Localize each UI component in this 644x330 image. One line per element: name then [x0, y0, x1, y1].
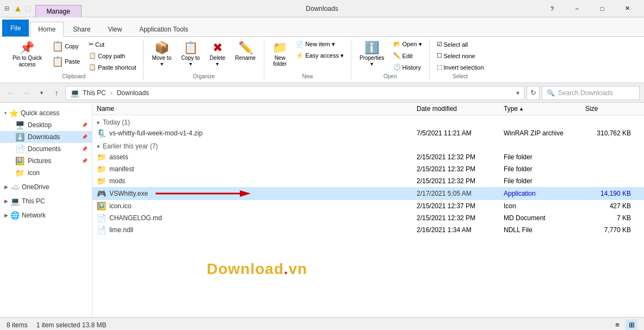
- zip-type: WinRAR ZIP archive: [504, 129, 585, 137]
- sidebar-item-documents[interactable]: 📄 Documents 📌: [0, 143, 92, 155]
- properties-icon: ℹ️: [364, 42, 379, 54]
- col-header-name[interactable]: Name: [97, 105, 417, 113]
- edit-button[interactable]: ✏️ Edit: [391, 51, 425, 61]
- sidebar-onedrive-header[interactable]: ▶ ☁️ OneDrive: [0, 181, 92, 193]
- col-size-label: Size: [585, 105, 598, 113]
- thispc-label: This PC: [22, 197, 45, 205]
- easy-access-button[interactable]: ⚡ Easy access ▾: [293, 51, 346, 61]
- help-button[interactable]: ?: [540, 0, 565, 17]
- forward-button[interactable]: →: [20, 86, 33, 99]
- recent-locations-button[interactable]: ▾: [35, 86, 48, 99]
- back-button[interactable]: ←: [4, 86, 17, 99]
- open-group: ℹ️ Properties▾ 📂 Open ▾ ✏️ Edit 🕐 Histor…: [351, 39, 430, 80]
- select-all-button[interactable]: ☑ Select all: [434, 39, 487, 49]
- copy-to-button[interactable]: 📋 Copy to▾: [177, 39, 203, 70]
- col-header-size[interactable]: Size: [585, 105, 640, 113]
- sidebar-thispc-header[interactable]: ▶ 💻 This PC: [0, 195, 92, 207]
- search-bar[interactable]: 🔍 Search Downloads: [542, 86, 640, 100]
- table-row[interactable]: 📁 assets 2/15/2021 12:32 PM File folder: [92, 151, 644, 163]
- sidebar-item-desktop[interactable]: 🖥️ Desktop 📌: [0, 119, 92, 131]
- select-all-label: Select all: [444, 41, 468, 48]
- window-controls: ? − □ ✕: [540, 0, 640, 17]
- col-header-date[interactable]: Date modified: [417, 105, 504, 113]
- col-header-type[interactable]: Type ▲: [504, 105, 585, 113]
- title-bar-controls: ⊟ ▲ □: [4, 4, 31, 14]
- tab-view[interactable]: View: [100, 22, 130, 36]
- pin-to-quick-access-button[interactable]: 📌 Pin to Quickaccess: [9, 39, 46, 71]
- network-icon: 🌐: [10, 211, 20, 220]
- earlier-expand[interactable]: ▾: [97, 144, 100, 150]
- up-button[interactable]: ↑: [50, 86, 63, 99]
- large-icons-view-button[interactable]: ⊞: [626, 319, 637, 331]
- cut-button[interactable]: ✂ Cut: [86, 39, 139, 49]
- new-folder-button[interactable]: 📁 Newfolder: [269, 39, 291, 70]
- exe-icon: 🎮: [97, 189, 106, 198]
- zip-file-icon: 🗜️: [97, 129, 106, 138]
- manifest-date: 2/15/2021 12:32 PM: [417, 165, 504, 173]
- today-expand[interactable]: ▾: [97, 120, 100, 126]
- delete-button[interactable]: ✖ Delete▾: [206, 39, 229, 70]
- table-row[interactable]: 🖼️ icon.ico 2/15/2021 12:37 PM Icon 427 …: [92, 200, 644, 212]
- table-row[interactable]: 📁 manifest 2/15/2021 12:32 PM File folde…: [92, 163, 644, 175]
- pictures-icon: 🖼️: [15, 157, 24, 165]
- network-expand: ▶: [4, 213, 8, 218]
- new-item-icon: 📄: [296, 41, 304, 48]
- table-row[interactable]: 📄 lime.ndll 2/16/2021 1:34 AM NDLL File …: [92, 224, 644, 236]
- move-to-button[interactable]: 📦 Move to▾: [148, 39, 175, 70]
- sidebar-item-icon[interactable]: 📁 icon: [0, 167, 92, 179]
- md-name: CHANGELOG.md: [109, 214, 162, 222]
- rename-button[interactable]: ✏️ Rename: [231, 39, 259, 64]
- sidebar-network-header[interactable]: ▶ 🌐 Network: [0, 209, 92, 221]
- breadcrumb-thispc[interactable]: This PC: [83, 89, 106, 97]
- group-header-today: ▾ Today (1): [92, 115, 644, 127]
- sidebar-item-pictures[interactable]: 🖼️ Pictures 📌: [0, 155, 92, 167]
- refresh-button[interactable]: ↻: [527, 86, 540, 100]
- breadcrumb-downloads[interactable]: Downloads: [117, 89, 149, 97]
- sidebar-item-downloads[interactable]: ⬇️ Downloads 📌: [0, 131, 92, 143]
- exe-type: Application: [504, 190, 585, 197]
- history-button[interactable]: 🕐 History: [391, 62, 425, 72]
- copy-path-button[interactable]: 📋 Copy path: [86, 51, 139, 61]
- table-row[interactable]: 📄 CHANGELOG.md 2/15/2021 12:32 PM MD Doc…: [92, 212, 644, 224]
- paste-shortcut-label: Paste shortcut: [98, 64, 136, 71]
- mods-folder-icon: 📁: [97, 177, 106, 185]
- downloads-pin: 📌: [82, 134, 88, 140]
- new-item-label: New item ▾: [305, 41, 335, 48]
- table-row[interactable]: 🗜️ vs-whitty-full-week-mod-v1-4.zip 7/5/…: [92, 127, 644, 139]
- copy-button[interactable]: 📋 Copy: [48, 39, 84, 53]
- nav-bar: ← → ▾ ↑ 💻 This PC › Downloads ▾ ↻ 🔍 Sear…: [0, 83, 644, 103]
- paste-button[interactable]: 📋 Paste: [48, 54, 84, 69]
- paste-icon: 📋: [52, 57, 64, 66]
- tab-share[interactable]: Share: [65, 22, 98, 36]
- mods-folder-name: mods: [109, 177, 125, 185]
- move-to-label: Move to▾: [152, 55, 171, 67]
- close-button[interactable]: ✕: [615, 0, 640, 17]
- select-none-button[interactable]: ☐ Select none: [434, 51, 487, 61]
- downloads-label: Downloads: [28, 133, 60, 141]
- address-dropdown-arrow[interactable]: ▾: [516, 89, 519, 97]
- minimize-button[interactable]: −: [565, 0, 590, 17]
- network-label: Network: [22, 211, 46, 219]
- tab-apptools[interactable]: Application Tools: [131, 22, 196, 36]
- new-item-button[interactable]: 📄 New item ▾: [293, 39, 346, 49]
- table-row[interactable]: 📁 mods 2/15/2021 12:32 PM File folder: [92, 175, 644, 187]
- invert-selection-button[interactable]: ⬚ Invert selection: [434, 62, 487, 72]
- open-label: Open: [356, 72, 425, 80]
- details-view-button[interactable]: ≡: [611, 319, 623, 331]
- open-button[interactable]: 📂 Open ▾: [391, 39, 425, 49]
- status-bar: 8 items 1 item selected 13.8 MB ≡ ⊞: [0, 317, 644, 330]
- maximize-button[interactable]: □: [590, 0, 615, 17]
- sidebar-quick-access-header[interactable]: ▾ ⭐ Quick access: [0, 107, 92, 119]
- md-type: MD Document: [504, 214, 585, 222]
- assets-folder-name: assets: [109, 153, 128, 161]
- address-bar[interactable]: 💻 This PC › Downloads ▾: [65, 86, 524, 100]
- table-row[interactable]: 🎮 VSWhitty.exe 2/17/2021 5:05 AM Applica…: [92, 187, 644, 200]
- item-count: 8 items: [7, 321, 28, 329]
- organize-group: 📦 Move to▾ 📋 Copy to▾ ✖ Delete▾ ✏️ Renam…: [144, 39, 264, 80]
- manage-tab-label[interactable]: Manage: [35, 5, 82, 17]
- properties-button[interactable]: ℹ️ Properties▾: [356, 39, 388, 70]
- paste-shortcut-button[interactable]: 📋 Paste shortcut: [86, 62, 139, 72]
- tab-file[interactable]: File: [2, 20, 29, 36]
- tab-home[interactable]: Home: [30, 22, 64, 37]
- pin-icon: 📌: [20, 42, 34, 54]
